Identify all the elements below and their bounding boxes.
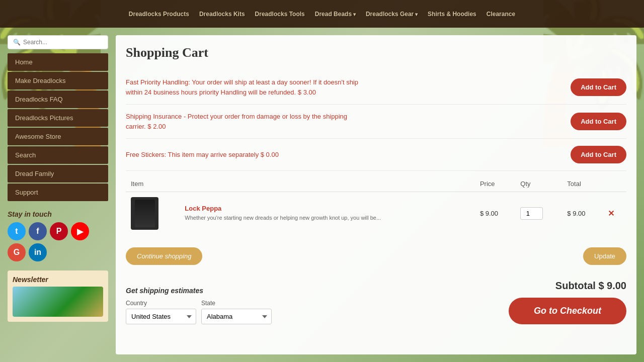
cart-table: Item Price Qty Total	[126, 176, 626, 235]
upsell-text-3: Free Stickers: This item may arrive sepa…	[126, 150, 367, 160]
search-icon: 🔍	[13, 39, 21, 46]
product-info-cell: Lock Peppa Whether you're starting new d…	[180, 192, 475, 235]
product-qty-cell	[515, 192, 562, 235]
shipping-title: Get shipping estimates	[126, 287, 272, 295]
sidebar-item-support[interactable]: Support	[8, 184, 108, 201]
cart-title: Shopping Cart	[126, 45, 626, 60]
table-row: Lock Peppa Whether you're starting new d…	[126, 192, 626, 235]
upsell-text-1: Fast Priority Handling: Your order will …	[126, 77, 367, 97]
product-details: Lock Peppa Whether you're starting new d…	[185, 205, 381, 222]
sidebar: 🔍 Home Make Dreadlocks Dreadlocks FAQ Dr…	[8, 35, 108, 354]
upsell-item-3: Free Stickers: This item may arrive sepa…	[126, 139, 626, 171]
youtube-icon[interactable]: ▶	[71, 222, 89, 240]
newsletter-image	[13, 287, 103, 317]
shipping-section: Get shipping estimates Country United St…	[126, 287, 272, 324]
nav-item-gear[interactable]: Dreadlocks Gear	[366, 11, 418, 18]
sidebar-search-container[interactable]: 🔍	[8, 35, 108, 49]
nav-item-kits[interactable]: Dreadlocks Kits	[199, 11, 245, 18]
newsletter-section: Newsletter	[8, 270, 108, 322]
cart-actions: Continue shopping Update	[126, 242, 626, 265]
state-group: State Alabama Alaska Arizona California …	[201, 300, 272, 324]
product-image	[131, 197, 158, 230]
main-content: Shopping Cart Fast Priority Handling: Yo…	[116, 35, 636, 354]
col-header-price: Price	[475, 176, 515, 192]
col-header-item: Item	[126, 176, 180, 192]
cart-panel: Shopping Cart Fast Priority Handling: Yo…	[116, 35, 636, 354]
sidebar-item-search[interactable]: Search	[8, 146, 108, 164]
nav-item-products[interactable]: Dreadlocks Products	[129, 11, 189, 18]
product-total: $ 9.00	[562, 192, 602, 235]
remove-cell: ✕	[603, 192, 626, 235]
col-header-empty	[180, 176, 475, 192]
search-input[interactable]	[23, 39, 103, 46]
product-description: Whether you're starting new dreads or he…	[185, 214, 381, 222]
social-section: Stay in touch t f P ▶ G in	[8, 210, 108, 261]
add-to-cart-btn-2[interactable]: Add to Cart	[571, 113, 626, 130]
product-price: $ 9.00	[475, 192, 515, 235]
facebook-icon[interactable]: f	[29, 222, 47, 240]
sidebar-item-faq[interactable]: Dreadlocks FAQ	[8, 90, 108, 108]
add-to-cart-btn-1[interactable]: Add to Cart	[571, 78, 626, 96]
nav-item-clearance[interactable]: Clearance	[487, 11, 515, 18]
country-select[interactable]: United States Canada United Kingdom	[126, 309, 196, 324]
state-label: State	[201, 300, 272, 307]
subtotal-section: Subtotal $ 9.00 Go to Checkout	[509, 275, 626, 324]
shipping-form: Country United States Canada United King…	[126, 300, 272, 324]
sidebar-item-make-dreadlocks[interactable]: Make Dreadlocks	[8, 72, 108, 89]
social-label: Stay in touch	[8, 210, 108, 218]
sidebar-item-home[interactable]: Home	[8, 53, 108, 71]
product-name: Lock Peppa	[185, 205, 381, 212]
linkedin-icon[interactable]: in	[29, 243, 47, 261]
country-group: Country United States Canada United King…	[126, 300, 196, 324]
nav-item-beads[interactable]: Dread Beads	[315, 11, 356, 18]
col-header-total: Total	[562, 176, 602, 192]
quantity-input[interactable]	[520, 207, 543, 220]
sidebar-nav: Home Make Dreadlocks Dreadlocks FAQ Drea…	[8, 53, 108, 201]
remove-item-button[interactable]: ✕	[608, 209, 614, 218]
top-navigation: Dreadlocks Products Dreadlocks Kits Drea…	[0, 0, 644, 28]
update-cart-button[interactable]: Update	[583, 247, 626, 265]
checkout-button[interactable]: Go to Checkout	[509, 298, 626, 324]
upsell-text-2: Shipping Insurance - Protect your order …	[126, 112, 367, 131]
product-image-inner	[135, 200, 155, 227]
sidebar-item-pictures[interactable]: Dreadlocks Pictures	[8, 109, 108, 127]
country-label: Country	[126, 300, 196, 307]
upsell-item-2: Shipping Insurance - Protect your order …	[126, 105, 626, 139]
nav-item-shirts[interactable]: Shirts & Hoodies	[428, 11, 476, 18]
nav-item-tools[interactable]: Dreadlocks Tools	[255, 11, 305, 18]
sidebar-item-store[interactable]: Awesome Store	[8, 128, 108, 145]
newsletter-label: Newsletter	[13, 276, 103, 284]
state-select[interactable]: Alabama Alaska Arizona California Colora…	[201, 309, 272, 324]
social-icons-container: t f P ▶ G in	[8, 222, 108, 261]
continue-shopping-button[interactable]: Continue shopping	[126, 247, 202, 265]
subtotal-amount: Subtotal $ 9.00	[555, 280, 626, 292]
main-layout: 🔍 Home Make Dreadlocks Dreadlocks FAQ Dr…	[0, 28, 644, 362]
product-info: Lock Peppa Whether you're starting new d…	[185, 205, 470, 222]
bottom-row: Get shipping estimates Country United St…	[126, 270, 626, 324]
sidebar-item-dread-family[interactable]: Dread Family	[8, 165, 108, 183]
twitter-icon[interactable]: t	[8, 222, 26, 240]
product-image-cell	[126, 192, 180, 235]
google-icon[interactable]: G	[8, 243, 26, 261]
upsell-item-1: Fast Priority Handling: Your order will …	[126, 70, 626, 105]
pinterest-icon[interactable]: P	[50, 222, 68, 240]
col-header-remove	[603, 176, 626, 192]
add-to-cart-btn-3[interactable]: Add to Cart	[571, 146, 626, 163]
col-header-qty: Qty	[515, 176, 562, 192]
